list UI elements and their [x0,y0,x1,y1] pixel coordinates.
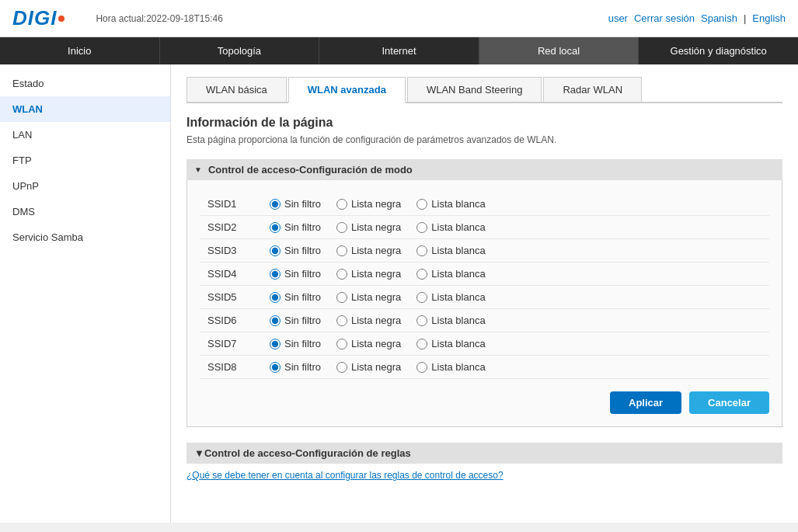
ssid3-lista-blanca[interactable]: Lista blanca [416,245,485,256]
ssid1-label: SSID1 [207,198,270,210]
ssid8-label: SSID8 [207,361,270,373]
section-access-mode: ▼ Control de acceso-Configuración de mod… [186,159,782,427]
ssid8-lista-blanca[interactable]: Lista blanca [416,361,485,373]
header-right: user Cerrar sesión Spanish | English [608,12,786,24]
datetime-label: Hora actual: [96,13,146,24]
main-content: WLAN básica WLAN avanzada WLAN Band Stee… [171,64,798,523]
ssid3-sin-filtro[interactable]: Sin filtro [270,245,321,256]
sidebar-item-lan[interactable]: LAN [0,122,170,148]
logo-text: DIGI [12,6,57,30]
nav-topologia[interactable]: Topología [160,37,320,64]
ssid6-lista-negra[interactable]: Lista negra [336,315,401,326]
nav-internet[interactable]: Internet [319,37,479,64]
section2-collapse-icon: ▼ [194,447,204,459]
datetime-value: 2022-09-18T15:46 [146,13,223,24]
nav-gestion[interactable]: Gestión y diagnóstico [639,37,798,64]
ssid6-row: SSID6 Sin filtro Lista negra Lista blanc… [200,309,769,332]
ssid8-row: SSID8 Sin filtro Lista negra Lista blanc… [200,356,769,379]
ssid3-radio-group: Sin filtro Lista negra Lista blanca [270,245,486,256]
lang-english[interactable]: English [752,12,786,24]
datetime: Hora actual:2022-09-18T15:46 [96,13,222,24]
ssid6-lista-blanca[interactable]: Lista blanca [416,315,485,326]
ssid6-radio-group: Sin filtro Lista negra Lista blanca [270,315,486,326]
section-access-rules-title: Control de acceso-Configuración de regla… [204,447,411,459]
logo: DIGI [12,6,64,30]
lang-separator: | [744,12,746,24]
section-access-mode-body: SSID1 Sin filtro Lista negra Lista blanc… [186,180,782,427]
apply-button[interactable]: Aplicar [610,391,681,414]
ssid5-sin-filtro[interactable]: Sin filtro [270,291,321,303]
access-rules-link[interactable]: ¿Qué se debe tener en cuenta al configur… [186,470,782,481]
ssid5-lista-blanca[interactable]: Lista blanca [416,291,485,303]
sidebar-item-dms[interactable]: DMS [0,199,170,224]
section-access-rules-header[interactable]: ▼ Control de acceso-Configuración de reg… [186,443,782,464]
ssid7-row: SSID7 Sin filtro Lista negra Lista blanc… [200,332,769,356]
ssid2-label: SSID2 [207,221,270,233]
ssid4-label: SSID4 [207,268,270,280]
tab-wlan-basica[interactable]: WLAN básica [186,77,287,102]
ssid8-radio-group: Sin filtro Lista negra Lista blanca [270,361,486,373]
ssid8-sin-filtro[interactable]: Sin filtro [270,361,321,373]
tab-radar-wlan[interactable]: Radar WLAN [543,77,642,102]
ssid6-label: SSID6 [207,315,270,326]
ssid2-sin-filtro[interactable]: Sin filtro [270,221,321,233]
ssid7-radio-group: Sin filtro Lista negra Lista blanca [270,338,486,349]
section-collapse-icon: ▼ [194,165,202,174]
ssid1-lista-blanca[interactable]: Lista blanca [416,198,485,210]
page-info-desc: Esta página proporciona la función de co… [186,134,782,145]
ssid1-row: SSID1 Sin filtro Lista negra Lista blanc… [200,193,769,216]
ssid8-lista-negra[interactable]: Lista negra [336,361,401,373]
ssid7-lista-negra[interactable]: Lista negra [336,338,401,349]
nav-inicio[interactable]: Inicio [0,37,160,64]
section-access-mode-header[interactable]: ▼ Control de acceso-Configuración de mod… [186,159,782,180]
main-layout: Estado WLAN LAN FTP UPnP DMS Servicio Sa… [0,64,798,523]
nav-red-local[interactable]: Red local [479,37,639,64]
sidebar-item-servicio-samba[interactable]: Servicio Samba [0,224,170,250]
sidebar-item-upnp[interactable]: UPnP [0,173,170,199]
logo-dot [58,16,64,22]
ssid7-label: SSID7 [207,338,270,349]
action-buttons: Aplicar Cancelar [200,391,769,414]
section-access-mode-title: Control de acceso-Configuración de modo [208,164,413,176]
ssid1-lista-negra[interactable]: Lista negra [336,198,401,210]
ssid3-row: SSID3 Sin filtro Lista negra Lista blanc… [200,239,769,263]
tab-wlan-band-steering[interactable]: WLAN Band Steering [407,77,542,102]
page-info-title: Información de la página [186,116,782,130]
ssid4-sin-filtro[interactable]: Sin filtro [270,268,321,280]
sidebar-item-estado[interactable]: Estado [0,71,170,96]
ssid2-row: SSID2 Sin filtro Lista negra Lista blanc… [200,216,769,239]
ssid1-radio-group: Sin filtro Lista negra Lista blanca [270,198,486,210]
user-link[interactable]: user [608,12,628,24]
ssid4-lista-blanca[interactable]: Lista blanca [416,268,485,280]
ssid1-sin-filtro[interactable]: Sin filtro [270,198,321,210]
logout-link[interactable]: Cerrar sesión [634,12,695,24]
lang-spanish[interactable]: Spanish [701,12,737,24]
ssid3-lista-negra[interactable]: Lista negra [336,245,401,256]
sidebar: Estado WLAN LAN FTP UPnP DMS Servicio Sa… [0,64,171,523]
ssid5-lista-negra[interactable]: Lista negra [336,291,401,303]
cancel-button[interactable]: Cancelar [689,391,769,414]
navbar: Inicio Topología Internet Red local Gest… [0,37,798,64]
ssid3-label: SSID3 [207,245,270,256]
page-header: DIGI Hora actual:2022-09-18T15:46 user C… [0,0,798,37]
sidebar-item-ftp[interactable]: FTP [0,148,170,173]
ssid4-lista-negra[interactable]: Lista negra [336,268,401,280]
ssid7-lista-blanca[interactable]: Lista blanca [416,338,485,349]
tab-bar: WLAN básica WLAN avanzada WLAN Band Stee… [186,77,782,103]
tab-wlan-avanzada[interactable]: WLAN avanzada [288,77,406,103]
ssid2-radio-group: Sin filtro Lista negra Lista blanca [270,221,486,233]
ssid5-radio-group: Sin filtro Lista negra Lista blanca [270,291,486,303]
ssid2-lista-blanca[interactable]: Lista blanca [416,221,485,233]
ssid6-sin-filtro[interactable]: Sin filtro [270,315,321,326]
ssid4-row: SSID4 Sin filtro Lista negra Lista blanc… [200,263,769,286]
ssid2-lista-negra[interactable]: Lista negra [336,221,401,233]
sidebar-item-wlan[interactable]: WLAN [0,96,170,122]
ssid5-row: SSID5 Sin filtro Lista negra Lista blanc… [200,286,769,309]
ssid5-label: SSID5 [207,291,270,303]
ssid7-sin-filtro[interactable]: Sin filtro [270,338,321,349]
ssid4-radio-group: Sin filtro Lista negra Lista blanca [270,268,486,280]
